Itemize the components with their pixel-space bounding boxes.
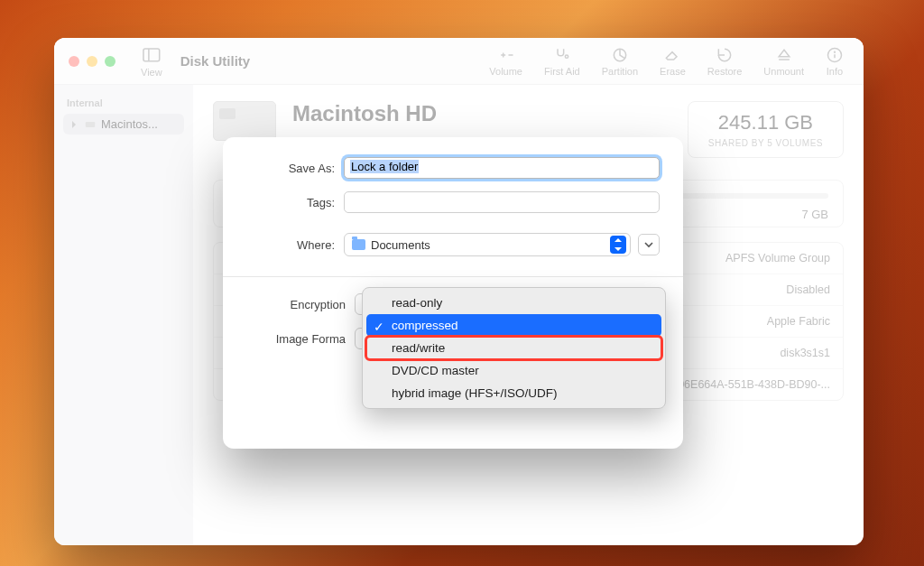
svg-rect-0 — [143, 49, 160, 61]
zoom-window-button[interactable] — [105, 56, 116, 67]
partial-gb-value: 7 GB — [801, 208, 828, 221]
partition-toolbar-item[interactable]: Partition — [591, 46, 649, 77]
dropdown-option-read-write[interactable]: read/write — [366, 337, 661, 359]
close-window-button[interactable] — [69, 56, 79, 67]
dropdown-option-dvd-cd-master[interactable]: DVD/CD master — [366, 359, 661, 382]
pie-icon — [611, 46, 629, 64]
sidebar-icon — [141, 44, 162, 66]
where-select[interactable]: Documents — [344, 233, 631, 256]
volume-toolbar-item[interactable]: Volume — [478, 46, 533, 77]
sidebar: Internal Macintos... — [54, 85, 193, 545]
sidebar-section-internal: Internal — [67, 97, 180, 108]
chevron-up-icon — [614, 237, 622, 243]
sidebar-item-label: Macintos... — [101, 117, 158, 131]
capacity-caption: SHARED BY 5 VOLUMES — [708, 138, 823, 148]
chevron-down-icon — [644, 241, 653, 248]
plus-minus-icon — [497, 46, 515, 64]
sheet-divider — [223, 276, 683, 277]
view-toolbar-item[interactable]: View — [130, 44, 173, 79]
erase-toolbar-item[interactable]: Erase — [649, 46, 697, 77]
volume-name: Macintosh HD — [292, 101, 437, 126]
stethoscope-icon — [553, 46, 571, 64]
titlebar: View Disk Utility Volume First Aid Parti… — [54, 38, 864, 85]
dropdown-option-hybrid-image[interactable]: hybrid image (HFS+/ISO/UDF) — [366, 382, 661, 404]
restore-label: Restore — [707, 66, 743, 77]
where-value: Documents — [371, 238, 430, 252]
info-toolbar-item[interactable]: Info — [815, 46, 855, 77]
unmount-toolbar-item[interactable]: Unmount — [753, 46, 815, 77]
restore-toolbar-item[interactable]: Restore — [697, 46, 753, 77]
unmount-label: Unmount — [763, 66, 804, 77]
image-format-dropdown: read-only ✓ compressed read/write DVD/CD… — [362, 287, 666, 409]
image-format-label: Image Forma — [246, 332, 355, 346]
dropdown-option-compressed[interactable]: ✓ compressed — [366, 314, 661, 337]
chevron-right-icon — [69, 119, 79, 130]
view-label: View — [141, 67, 162, 78]
expand-save-dialog-button[interactable] — [638, 234, 660, 255]
chevron-down-icon — [614, 246, 622, 252]
drive-icon — [213, 101, 276, 141]
tags-label: Tags: — [246, 196, 344, 209]
app-title: Disk Utility — [180, 53, 251, 69]
tags-input[interactable] — [344, 191, 660, 213]
encryption-label: Encryption — [246, 298, 355, 311]
partition-label: Partition — [602, 66, 638, 77]
minimize-window-button[interactable] — [87, 56, 97, 67]
save-as-input[interactable]: Lock a folder — [344, 157, 660, 179]
where-label: Where: — [246, 238, 344, 252]
window-controls — [54, 56, 130, 67]
where-stepper[interactable] — [610, 236, 626, 254]
info-label: Info — [827, 66, 843, 77]
disk-icon — [85, 119, 96, 130]
erase-label: Erase — [660, 66, 686, 77]
info-icon — [826, 46, 844, 64]
svg-marker-7 — [779, 50, 790, 57]
folder-icon — [352, 239, 365, 250]
capacity-value: 245.11 GB — [708, 111, 823, 135]
first-aid-label: First Aid — [544, 66, 580, 77]
svg-rect-12 — [86, 122, 96, 127]
capacity-box: 245.11 GB SHARED BY 5 VOLUMES — [688, 101, 844, 158]
first-aid-toolbar-item[interactable]: First Aid — [533, 46, 591, 77]
checkmark-icon: ✓ — [374, 320, 384, 334]
eject-icon — [775, 46, 793, 64]
restore-icon — [716, 46, 734, 64]
svg-point-5 — [565, 55, 568, 58]
dropdown-option-read-only[interactable]: read-only — [366, 292, 661, 314]
sidebar-item-macintosh-hd[interactable]: Macintos... — [63, 114, 184, 135]
erase-icon — [663, 46, 681, 64]
svg-point-11 — [835, 51, 836, 52]
save-as-label: Save As: — [246, 162, 344, 175]
save-as-value: Lock a folder — [350, 160, 419, 173]
volume-label: Volume — [489, 66, 522, 77]
